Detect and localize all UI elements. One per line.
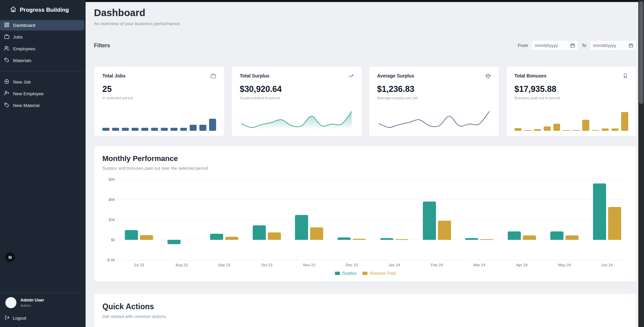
to-label: To <box>582 43 586 48</box>
dashboard-icon <box>4 22 9 29</box>
logout-button[interactable]: Logout <box>0 310 86 327</box>
mini-bar <box>151 128 158 131</box>
sidebar-item-new-job[interactable]: New Job <box>0 77 84 87</box>
bonuses-paid-bar <box>140 235 153 240</box>
sidebar-item-materials[interactable]: Materials <box>0 55 84 66</box>
home-icon <box>10 6 16 14</box>
jobs-sparkline <box>102 110 216 131</box>
mini-bar <box>563 130 570 131</box>
x-tick-label: Feb 24 <box>415 263 458 267</box>
stat-card-total-jobs: Total Jobs25In selected period <box>94 66 225 137</box>
calendar-icon <box>629 43 633 48</box>
sidebar-item-label: New Job <box>13 79 31 85</box>
bonuses-paid-bar <box>608 207 621 240</box>
stat-caption: Surplus/deficit in period <box>240 96 353 100</box>
stat-value: $30,920.64 <box>240 84 353 94</box>
stat-card-total-surplus: Total Surplus$30,920.64Surplus/deficit i… <box>231 66 362 137</box>
bar-group-jun-24 <box>586 179 628 260</box>
sidebar-item-new-employee[interactable]: New Employee <box>0 89 84 99</box>
mini-bar <box>514 128 522 131</box>
monthly-subtitle: Surplus and bonuses paid out over the se… <box>102 166 628 171</box>
user-role: Admin <box>20 304 44 308</box>
to-date-input[interactable] <box>593 43 624 48</box>
legend-swatch <box>362 272 367 275</box>
surplus-bar <box>295 215 308 240</box>
bar-group-sep-23 <box>203 179 246 260</box>
sidebar-actions: New JobNew EmployeeNew Material <box>0 76 86 111</box>
bonuses-paid-bar <box>438 221 451 240</box>
mini-bar <box>112 128 119 131</box>
sidebar-item-label: New Material <box>13 103 40 108</box>
scrollbar-thumb[interactable] <box>639 1 643 104</box>
bonuses-paid-bar <box>225 237 238 240</box>
mini-bar <box>141 128 148 131</box>
window-scrollbar[interactable] <box>638 0 644 327</box>
bonuses-paid-bar <box>353 239 366 240</box>
tag-icon <box>4 57 9 64</box>
surplus-bar <box>423 202 436 240</box>
bonuses-paid-bar <box>565 235 579 240</box>
x-axis: Jul 23Aug 23Sep 23Oct 23Nov 23Dec 23Jan … <box>118 263 628 267</box>
sidebar-item-label: New Employee <box>13 91 44 96</box>
surplus-bar <box>167 240 181 244</box>
bonuses-paid-bar <box>310 227 323 240</box>
sidebar-item-employees[interactable]: Employees <box>0 44 84 54</box>
sidebar-item-jobs[interactable]: Jobs <box>0 32 84 42</box>
bar-group-apr-24 <box>501 179 543 260</box>
surplus-bar <box>125 230 138 240</box>
bonuses-sparkline <box>514 110 628 131</box>
mini-bar <box>621 112 628 131</box>
sidebar-item-label: Employees <box>13 46 36 51</box>
from-date-field[interactable] <box>531 40 578 51</box>
mini-bar <box>102 128 109 131</box>
stat-value: 25 <box>102 84 216 94</box>
bar-group-oct-23 <box>245 179 288 260</box>
filters-controls: From To <box>518 40 637 51</box>
user-name: Admin User <box>20 298 44 303</box>
scale-icon <box>485 73 491 80</box>
x-tick-label: Oct 23 <box>245 263 288 267</box>
x-tick-label: Jul 23 <box>118 263 160 267</box>
user-plus-icon <box>4 91 9 97</box>
mini-bar <box>592 130 599 131</box>
surplus-bar <box>210 234 223 240</box>
sidebar-item-label: Jobs <box>13 35 23 40</box>
quick-actions-title: Quick Actions <box>102 302 628 311</box>
stat-title: Average Surplus <box>377 73 414 78</box>
to-date-field[interactable] <box>590 40 637 51</box>
surplus-bar <box>508 231 521 240</box>
avg-surplus-sparkline <box>377 109 491 129</box>
y-tick-label: $3K <box>108 218 115 222</box>
mini-bar <box>170 128 178 131</box>
x-tick-label: Mar 24 <box>458 263 501 267</box>
x-tick-label: Apr 24 <box>501 263 543 267</box>
surplus-sparkline <box>240 109 353 129</box>
monthly-chart: $9K$6K$3K$0$-3K <box>102 179 628 260</box>
y-tick-label: $-3K <box>107 258 115 262</box>
legend-swatch <box>335 272 340 275</box>
surplus-bar <box>380 238 393 240</box>
sidebar-nav: DashboardJobsEmployeesMaterials <box>0 19 86 66</box>
sidebar-item-dashboard[interactable]: Dashboard <box>0 20 84 31</box>
monthly-title: Monthly Performance <box>102 154 628 163</box>
mini-bar <box>534 129 541 131</box>
mini-bar <box>132 128 139 131</box>
bonuses-paid-bar <box>523 235 536 240</box>
from-date-input[interactable] <box>535 43 565 48</box>
stat-value: $17,935.88 <box>514 84 628 94</box>
sidebar-item-new-material[interactable]: New Material <box>0 100 84 111</box>
calendar-icon <box>570 43 575 48</box>
x-tick-label: Jun 24 <box>586 263 628 267</box>
users-icon <box>4 46 9 52</box>
quick-actions-card: Quick Actions Get started with common ac… <box>94 293 637 327</box>
legend-item-surplus: Surplus <box>335 271 356 276</box>
mini-bar <box>190 125 197 131</box>
filters-row: Filters From To <box>94 40 637 51</box>
sidebar-item-label: Dashboard <box>13 23 35 28</box>
bonuses-paid-bar <box>268 232 281 240</box>
user-row: Admin User Admin <box>0 293 86 310</box>
page-subtitle: An overview of your business performance… <box>94 21 637 26</box>
y-tick-label: $6K <box>108 198 115 202</box>
bar-group-dec-23 <box>331 179 373 260</box>
y-axis: $9K$6K$3K$0$-3K <box>102 179 118 260</box>
